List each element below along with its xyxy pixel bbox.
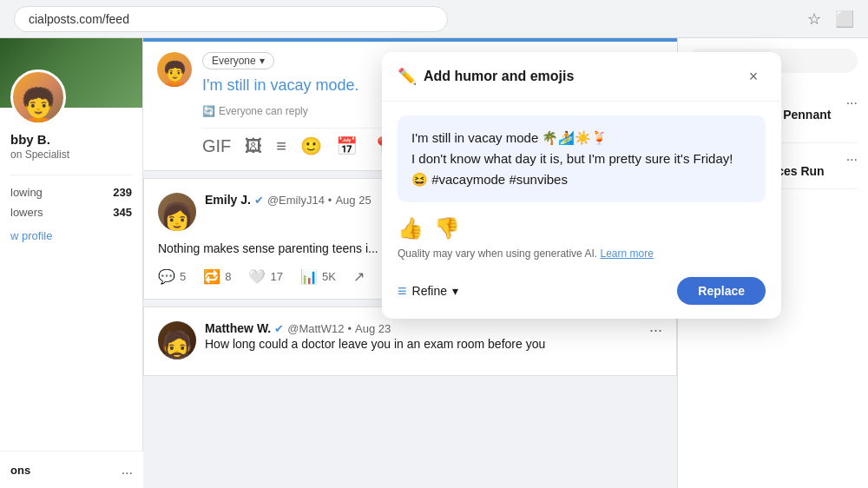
ai-title-row: ✏️ Add humor and emojis	[398, 67, 574, 86]
url-bar[interactable]: cialposts.com/feed	[14, 6, 448, 32]
learn-more-link[interactable]: Learn more	[600, 247, 653, 260]
chevron-down-icon: ▾	[260, 55, 265, 67]
ai-popup: ✏️ Add humor and emojis × I'm still in v…	[382, 52, 781, 319]
composer-avatar: 🧑‍🦱	[157, 52, 192, 87]
post-avatar: 👩	[158, 193, 196, 231]
author-name-2: Matthew W.	[205, 321, 271, 335]
share-icon: ↗	[353, 268, 365, 285]
gif-tool[interactable]: GIF	[202, 136, 231, 156]
audience-selector[interactable]: Everyone ▾	[202, 52, 274, 69]
followers-label: lowers	[10, 206, 43, 219]
views-count: 5K	[322, 270, 336, 283]
ai-bottom-row: ≡ Refine ▾ Replace	[398, 274, 766, 305]
retweet-icon: 🔁	[203, 268, 220, 285]
avatar: 🧑‍🦱	[10, 69, 66, 125]
like-action[interactable]: 🤍 17	[248, 268, 282, 285]
verified-badge: ✔	[254, 194, 264, 207]
post-avatar-2: 🧔	[158, 321, 196, 359]
followers-row: lowers 345	[10, 206, 132, 219]
following-label: lowing	[10, 186, 43, 199]
post-date-value-2: Aug 23	[355, 322, 391, 335]
image-tool[interactable]: 🖼	[245, 136, 262, 156]
composer-avatar-face: 🧑‍🦱	[160, 63, 190, 87]
author-name: Emily J.	[205, 193, 251, 207]
calendar-tool[interactable]: 📅	[336, 135, 358, 156]
followers-count: 345	[113, 206, 132, 219]
refine-button[interactable]: ≡ Refine ▾	[398, 282, 458, 300]
bookmark-icon[interactable]: ☆	[807, 10, 821, 29]
trending-more-icon-1[interactable]: ···	[846, 96, 858, 111]
reply-note-text: Everyone can reply	[219, 105, 308, 117]
sidebar-bottom-text: ons	[10, 464, 30, 477]
verified-badge-2: ✔	[274, 322, 284, 335]
ai-popup-title: Add humor and emojis	[424, 69, 574, 84]
author-row-2: Matthew W. ✔ @MattW12 • Aug 23	[205, 321, 641, 335]
user-info: bby B. on Specialist lowing 239 lowers 3…	[0, 108, 142, 253]
sidebar-cover: 🧑‍🦱	[0, 38, 142, 108]
reply-icon: 🔄	[202, 105, 215, 117]
views-action[interactable]: 📊 5K	[300, 268, 336, 285]
quality-note-text: Quality may vary when using generative A…	[398, 247, 597, 260]
reply-icon: 💬	[158, 268, 175, 285]
share-action[interactable]: ↗	[353, 268, 365, 285]
view-profile-link[interactable]: w profile	[10, 229, 132, 242]
sidebar-stats: lowing 239 lowers 345 w profile	[10, 175, 132, 242]
retweet-action[interactable]: 🔁 8	[203, 268, 231, 285]
post-content-2: How long could a doctor leave you in an …	[205, 335, 641, 353]
refine-list-icon: ≡	[398, 282, 407, 300]
sidebar-bottom: ons ...	[0, 451, 143, 488]
reply-action[interactable]: 💬 5	[158, 268, 186, 285]
ai-popup-header: ✏️ Add humor and emojis ×	[382, 52, 781, 102]
retweet-count: 8	[225, 270, 231, 283]
replace-button[interactable]: Replace	[677, 277, 766, 305]
feedback-row: 👍 👎	[398, 216, 766, 241]
reply-count: 5	[180, 270, 186, 283]
trending-more-icon-2[interactable]: ···	[846, 152, 858, 168]
ai-popup-body: I'm still in vacay mode 🌴🏄☀️🍹 I don't kn…	[382, 102, 781, 319]
post-date: •	[328, 194, 332, 207]
composer-top-bar	[143, 38, 677, 42]
ai-result-box: I'm still in vacay mode 🌴🏄☀️🍹 I don't kn…	[398, 115, 766, 202]
refine-chevron-icon: ▾	[452, 284, 458, 298]
ai-pencil-icon: ✏️	[398, 67, 417, 86]
emoji-tool[interactable]: 🙂	[300, 135, 322, 156]
ai-result-text: I'm still in vacay mode 🌴🏄☀️🍹 I don't kn…	[411, 130, 733, 187]
chart-icon: 📊	[300, 268, 318, 285]
following-count: 239	[113, 186, 132, 199]
browser-chrome: cialposts.com/feed ☆ ⬜	[0, 0, 868, 38]
sidebar-more-icon[interactable]: ...	[122, 462, 133, 478]
ai-close-button[interactable]: ×	[741, 64, 766, 89]
quality-note: Quality may vary when using generative A…	[398, 247, 766, 260]
post-avatar-face-2: 🧔	[160, 332, 194, 359]
post-avatar-face: 👩	[160, 203, 194, 231]
url-text: cialposts.com/feed	[29, 12, 129, 26]
extension-icon[interactable]: ⬜	[835, 10, 854, 29]
thumbs-up-button[interactable]: 👍	[398, 216, 424, 241]
post-date-value: Aug 25	[335, 194, 371, 207]
post-handle: @EmilyJ14	[267, 194, 325, 207]
sidebar: 🧑‍🦱 bby B. on Specialist lowing 239 lowe…	[0, 38, 143, 488]
user-name: bby B.	[10, 132, 132, 147]
thumbs-down-button[interactable]: 👎	[434, 216, 460, 241]
audience-label: Everyone	[212, 55, 256, 67]
refine-label: Refine	[412, 284, 447, 298]
post-date-sep-2: •	[347, 322, 352, 335]
heart-icon: 🤍	[248, 268, 266, 285]
post-handle-2: @MattW12	[287, 322, 344, 335]
browser-icons: ☆ ⬜	[807, 10, 854, 29]
post-meta-2: Matthew W. ✔ @MattW12 • Aug 23 How long …	[205, 321, 641, 364]
avatar-face: 🧑‍🦱	[16, 89, 61, 125]
user-title: on Specialist	[10, 148, 132, 161]
post-header-2: 🧔 Matthew W. ✔ @MattW12 • Aug 23 How lon…	[158, 321, 662, 364]
like-count: 17	[270, 270, 282, 283]
following-row: lowing 239	[10, 186, 132, 199]
list-tool[interactable]: ≡	[276, 136, 286, 156]
post-more-icon-2[interactable]: ···	[649, 321, 662, 340]
